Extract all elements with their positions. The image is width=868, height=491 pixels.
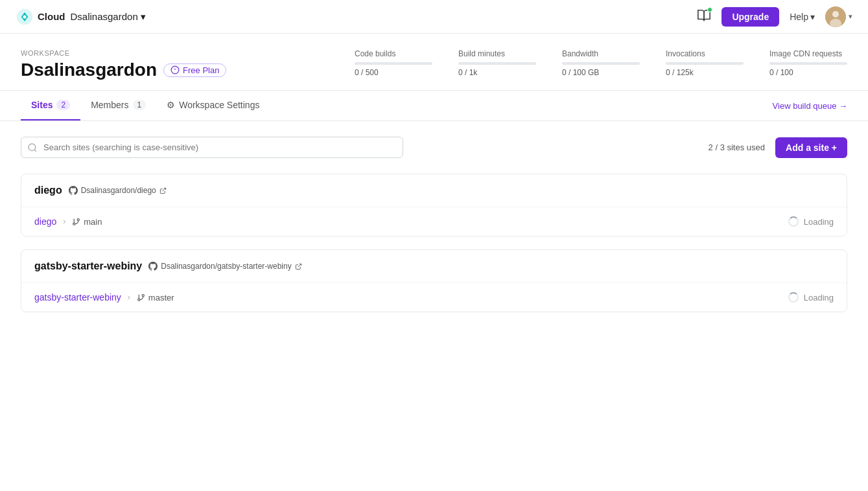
tab-label: Members [91, 100, 128, 110]
branch-site-link[interactable]: gatsby-starter-webiny [34, 292, 121, 303]
branch-name: main [72, 217, 102, 227]
svg-point-8 [29, 144, 36, 151]
netlify-logo-icon [16, 8, 34, 26]
logo[interactable]: Cloud [16, 8, 65, 26]
site-card-branch: diego › main Loading [21, 207, 847, 236]
loading-spinner [788, 292, 799, 303]
tab-sites[interactable]: Sites2 [21, 91, 80, 120]
branch-site-link[interactable]: diego [34, 216, 56, 227]
svg-point-16 [142, 294, 144, 296]
stat-value: 0 / 500 [355, 68, 432, 77]
svg-point-3 [832, 11, 839, 17]
nav-right: Upgrade Help ▾ ▾ [697, 6, 852, 27]
external-link-icon [159, 187, 167, 194]
branch-icon [72, 218, 80, 226]
loading-label: Loading [804, 293, 834, 303]
github-repo-path: Dsalinasgardon/gatsby-starter-webiny [161, 262, 291, 271]
tab-members[interactable]: Members1 [80, 91, 156, 120]
stat-bar-track [458, 62, 536, 65]
nav-left: Cloud Dsalinasgardon ▾ [16, 8, 146, 26]
stat-item: Build minutes 0 / 1k [458, 49, 536, 77]
stat-value: 0 / 100 [769, 68, 847, 77]
branch-label: main [84, 217, 102, 227]
upgrade-button[interactable]: Upgrade [721, 7, 779, 27]
site-card-header: diego Dsalinasgardon/diego [21, 174, 847, 207]
workspace-dropdown-icon: ▾ [141, 11, 146, 23]
loading-status: Loading [788, 292, 834, 303]
free-plan-icon [170, 65, 180, 74]
stat-item: Code builds 0 / 500 [355, 49, 432, 77]
branch-left: gatsby-starter-webiny › master [34, 292, 174, 303]
search-add-row: 2 / 3 sites used Add a site + [21, 137, 847, 158]
logo-text: Cloud [38, 11, 65, 22]
stat-label: Image CDN requests [769, 49, 847, 58]
workspace-selector[interactable]: Dsalinasgardon ▾ [71, 11, 146, 23]
svg-line-9 [34, 150, 36, 152]
stat-bar-track [769, 62, 847, 65]
workspace-name-heading: Dsalinasgardon [21, 60, 157, 80]
github-icon [148, 262, 158, 271]
avatar[interactable] [825, 6, 846, 27]
tabs-left: Sites2Members1⚙Workspace Settings [21, 91, 270, 120]
site-card-branch: gatsby-starter-webiny › master Loading [21, 283, 847, 312]
stat-label: Build minutes [458, 49, 536, 58]
workspace-header: WORKSPACE Dsalinasgardon Free Plan Code … [0, 34, 868, 91]
svg-point-12 [77, 218, 79, 220]
svg-point-1 [23, 15, 26, 18]
search-input[interactable] [21, 137, 403, 158]
github-repo-path: Dsalinasgardon/diego [81, 186, 156, 195]
view-build-queue-link[interactable]: View build queue → [773, 101, 847, 111]
branch-name: master [137, 293, 174, 303]
external-link-icon [295, 263, 302, 270]
site-card-header: gatsby-starter-webiny Dsalinasgardon/gat… [21, 250, 847, 283]
site-name: gatsby-starter-webiny [34, 260, 142, 272]
search-icon [27, 143, 38, 153]
branch-left: diego › main [34, 216, 102, 227]
tab-workspace-settings[interactable]: ⚙Workspace Settings [156, 91, 270, 120]
tab-badge: 1 [133, 100, 147, 110]
stat-item: Bandwidth 0 / 100 GB [562, 49, 640, 77]
branch-icon [137, 293, 145, 302]
stat-value: 0 / 125k [666, 68, 744, 77]
loading-spinner [788, 216, 799, 227]
search-input-wrapper [21, 137, 403, 158]
stat-item: Invocations 0 / 125k [666, 49, 744, 77]
github-repo-link[interactable]: Dsalinasgardon/gatsby-starter-webiny [148, 262, 301, 271]
svg-point-17 [137, 299, 139, 301]
site-card: gatsby-starter-webiny Dsalinasgardon/gat… [21, 249, 847, 312]
branch-label: master [148, 293, 174, 303]
notifications-icon[interactable] [697, 8, 711, 25]
main-content: 2 / 3 sites used Add a site + diego Dsal… [0, 121, 868, 341]
tab-label: Workspace Settings [179, 100, 259, 110]
site-card: diego Dsalinasgardon/diego diego › [21, 174, 847, 236]
stat-label: Code builds [355, 49, 432, 58]
loading-status: Loading [788, 216, 834, 227]
notification-badge [707, 7, 712, 12]
top-navigation: Cloud Dsalinasgardon ▾ Upgrade Help ▾ [0, 0, 868, 34]
free-plan-badge[interactable]: Free Plan [163, 63, 226, 77]
help-label: Help [790, 12, 808, 22]
stat-bar-track [355, 62, 432, 65]
help-menu[interactable]: Help ▾ [790, 12, 815, 22]
workspace-info: WORKSPACE Dsalinasgardon Free Plan [21, 49, 226, 80]
chevron-icon: › [63, 217, 65, 226]
github-repo-link[interactable]: Dsalinasgardon/diego [69, 186, 167, 195]
add-site-button[interactable]: Add a site + [775, 137, 847, 158]
stat-bar-track [666, 62, 744, 65]
help-dropdown-icon: ▾ [810, 12, 815, 22]
site-name: diego [34, 185, 62, 196]
svg-line-14 [298, 264, 301, 267]
stats-row: Code builds 0 / 500 Build minutes 0 / 1k… [355, 49, 847, 90]
avatar-dropdown-icon: ▾ [849, 12, 852, 21]
avatar-wrapper[interactable]: ▾ [825, 6, 852, 27]
stat-item: Image CDN requests 0 / 100 [769, 49, 847, 77]
stat-label: Invocations [666, 49, 744, 58]
stat-value: 0 / 100 GB [562, 68, 640, 77]
stat-value: 0 / 1k [458, 68, 536, 77]
gear-icon: ⚙ [167, 100, 175, 110]
stat-bar-track [562, 62, 640, 65]
svg-line-10 [162, 188, 165, 191]
tab-badge: 2 [56, 100, 70, 110]
workspace-label: WORKSPACE [21, 49, 226, 57]
workspace-title: Dsalinasgardon Free Plan [21, 60, 226, 80]
